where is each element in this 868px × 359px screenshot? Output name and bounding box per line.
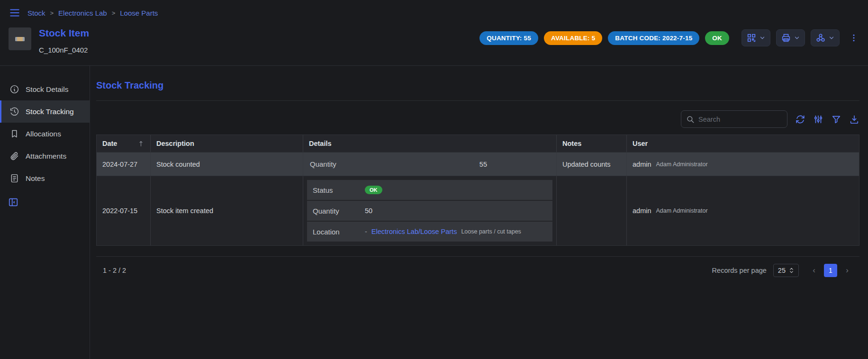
filter-icon[interactable] [831, 114, 841, 125]
detail-row-location: Location - Electronics Lab/Loose Parts L… [307, 222, 552, 242]
detail-value: 55 [479, 161, 550, 168]
record-range: 1 - 2 / 2 [103, 267, 126, 274]
part-thumbnail[interactable] [9, 27, 31, 50]
breadcrumb-bar: Stock > Electronics Lab > Loose Parts [0, 0, 868, 23]
chevron-down-icon [794, 35, 800, 41]
history-icon [9, 107, 19, 117]
cell-details: Quantity 55 [303, 153, 556, 176]
records-per-page-label: Records per page [712, 267, 767, 274]
panel-collapse-icon [8, 197, 18, 207]
printer-icon [781, 33, 791, 43]
breadcrumb-link-loose-parts[interactable]: Loose Parts [120, 9, 158, 17]
location-link[interactable]: Electronics Lab/Loose Parts [371, 228, 457, 235]
stock-actions-icon [815, 33, 826, 43]
info-icon [9, 84, 19, 94]
part-name: C_100nF_0402 [39, 46, 89, 54]
column-header-user[interactable]: User [626, 135, 859, 152]
search-box [681, 110, 787, 128]
sidebar-collapse-button[interactable] [8, 197, 18, 207]
location-description: Loose parts / cut tapes [461, 228, 521, 235]
chevron-down-icon [828, 35, 835, 41]
page-header: Stock Item C_100nF_0402 QUANTITY: 55 AVA… [0, 23, 868, 66]
stock-item-page: Stock > Electronics Lab > Loose Parts St… [0, 0, 868, 359]
sidebar-item-label: Allocations [26, 130, 61, 138]
bookmark-icon [9, 129, 19, 139]
status-ok-badge: OK [705, 31, 729, 45]
sidebar-item-label: Attachments [26, 152, 66, 161]
column-label: Date [102, 140, 117, 147]
table-footer: 1 - 2 / 2 Records per page 25 ‹ 1 › [96, 256, 859, 284]
overflow-menu-button[interactable] [848, 31, 859, 45]
sidebar-item-label: Stock Tracking [26, 108, 74, 116]
menu-icon[interactable] [9, 7, 21, 19]
adjustments-icon[interactable] [813, 114, 823, 125]
cell-details: Status OK Quantity 50 Location - Electro… [303, 176, 556, 245]
main-panel: Stock Tracking [90, 66, 868, 359]
sidebar-item-stock-details[interactable]: Stock Details [0, 78, 90, 100]
download-icon[interactable] [849, 114, 859, 125]
stock-actions-button[interactable] [811, 29, 840, 46]
quantity-badge: QUANTITY: 55 [479, 31, 538, 45]
table-row[interactable]: 2024-07-27 Stock counted Quantity 55 Upd… [97, 152, 859, 176]
table-footer-right: Records per page 25 ‹ 1 › [712, 264, 854, 277]
cell-description: Stock counted [150, 153, 303, 176]
sidebar-item-label: Notes [26, 174, 45, 183]
detail-row-quantity: Quantity 55 [307, 156, 552, 172]
cell-date: 2022-07-15 [97, 176, 150, 245]
page-button-1[interactable]: 1 [824, 264, 837, 277]
status-badges: QUANTITY: 55 AVAILABLE: 5 BATCH CODE: 20… [479, 31, 729, 45]
qr-code-icon [746, 33, 757, 43]
column-header-date[interactable]: Date [97, 135, 150, 152]
sidebar-item-allocations[interactable]: Allocations [0, 123, 90, 145]
sort-icon[interactable] [137, 140, 145, 147]
capacitor-image [13, 32, 27, 46]
column-header-description[interactable]: Description [150, 135, 303, 152]
detail-value: 50 [365, 207, 547, 215]
search-icon [686, 115, 695, 124]
cell-description: Stock item created [150, 176, 303, 245]
chevron-down-icon [759, 35, 766, 41]
column-header-details[interactable]: Details [303, 135, 556, 152]
breadcrumb-link-electronics-lab[interactable]: Electronics Lab [58, 9, 107, 17]
paperclip-icon [9, 151, 19, 161]
detail-label: Status [313, 186, 365, 194]
user-fullname: Adam Administrator [656, 207, 708, 214]
username: admin [633, 161, 651, 168]
column-label: Details [309, 140, 332, 147]
refresh-icon[interactable] [795, 114, 805, 125]
sidebar-item-attachments[interactable]: Attachments [0, 145, 90, 167]
status-ok-badge: OK [365, 186, 382, 194]
table-row[interactable]: 2022-07-15 Stock item created Status OK … [97, 176, 859, 245]
cell-notes: Updated counts [556, 153, 626, 176]
records-per-page-select[interactable]: 25 [773, 264, 799, 277]
detail-label: Location [313, 228, 365, 236]
next-page-button[interactable]: › [841, 264, 854, 277]
header-right: QUANTITY: 55 AVAILABLE: 5 BATCH CODE: 20… [479, 29, 859, 46]
available-badge: AVAILABLE: 5 [544, 31, 602, 45]
select-stepper-icon [789, 267, 794, 274]
print-actions-button[interactable] [776, 29, 805, 46]
column-label: Notes [562, 140, 581, 147]
batch-code-badge: BATCH CODE: 2022-7-15 [608, 31, 699, 45]
barcode-actions-button[interactable] [741, 29, 770, 46]
search-input[interactable] [698, 116, 782, 123]
cell-notes [556, 176, 626, 245]
table-toolbar [96, 110, 859, 128]
cell-user: admin Adam Administrator [626, 176, 859, 245]
cell-user: admin Adam Administrator [626, 153, 859, 176]
column-header-notes[interactable]: Notes [556, 135, 626, 152]
user-fullname: Adam Administrator [656, 161, 708, 168]
stock-tracking-table: Date Description Details Notes User 2024… [96, 135, 859, 246]
detail-label: Quantity [313, 207, 365, 215]
pagination: ‹ 1 › [807, 264, 854, 277]
previous-page-button[interactable]: ‹ [807, 264, 821, 277]
sidebar: Stock Details Stock Tracking Allocations… [0, 66, 90, 359]
breadcrumb-link-stock[interactable]: Stock [27, 9, 45, 17]
sidebar-item-notes[interactable]: Notes [0, 167, 90, 189]
detail-row-status: Status OK [307, 180, 552, 200]
title-block: Stock Item C_100nF_0402 [39, 27, 89, 54]
sidebar-item-label: Stock Details [26, 85, 68, 94]
column-label: Description [156, 140, 194, 147]
breadcrumb-separator: > [50, 9, 54, 17]
sidebar-item-stock-tracking[interactable]: Stock Tracking [0, 100, 90, 123]
